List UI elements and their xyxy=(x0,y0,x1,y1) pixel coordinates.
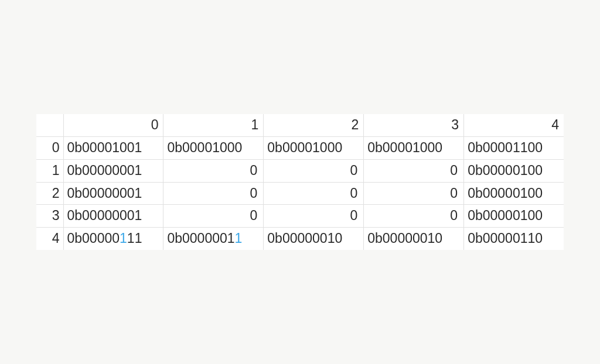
cell: 0b00000110 xyxy=(464,228,564,250)
highlighted-char: 1 xyxy=(120,231,127,246)
cell: 0 xyxy=(264,182,364,205)
column-header: 0 xyxy=(63,114,163,136)
row-index: 0 xyxy=(36,136,63,159)
row-index: 2 xyxy=(36,182,63,205)
column-header: 1 xyxy=(163,114,264,136)
cell: 0 xyxy=(163,159,264,182)
cell: 0b00001001 xyxy=(63,136,163,159)
header-row: 01234 xyxy=(36,114,564,136)
dataframe-table-wrap: 01234 00b000010010b000010000b000010000b0… xyxy=(36,114,564,250)
row-index: 3 xyxy=(36,205,63,228)
table-row: 20b000000010000b00000100 xyxy=(36,182,564,205)
cell: 0b00000010 xyxy=(264,228,364,250)
table-row: 00b000010010b000010000b000010000b0000100… xyxy=(36,136,564,159)
row-index: 4 xyxy=(36,228,63,250)
table-body: 00b000010010b000010000b000010000b0000100… xyxy=(36,136,564,250)
row-index: 1 xyxy=(36,159,63,182)
cell: 0b00000111 xyxy=(63,228,163,250)
cell: 0 xyxy=(364,205,464,228)
cell: 0 xyxy=(264,159,364,182)
table-row: 10b000000010000b00000100 xyxy=(36,159,564,182)
cell: 0 xyxy=(264,205,364,228)
cell: 0b00000100 xyxy=(464,205,564,228)
cell: 0b00001000 xyxy=(364,136,464,159)
cell: 0b00000100 xyxy=(464,159,564,182)
table-row: 30b000000010000b00000100 xyxy=(36,205,564,228)
cell: 0b00000001 xyxy=(63,159,163,182)
cell: 0b00000001 xyxy=(63,182,163,205)
index-header xyxy=(36,114,63,136)
column-header: 2 xyxy=(264,114,364,136)
highlighted-char: 1 xyxy=(235,231,243,246)
cell: 0b00000100 xyxy=(464,182,564,205)
column-header: 4 xyxy=(464,114,564,136)
cell: 0b00000010 xyxy=(364,228,464,250)
cell: 0 xyxy=(163,182,264,205)
cell: 0 xyxy=(163,205,264,228)
cell: 0b00001100 xyxy=(464,136,564,159)
column-header: 3 xyxy=(364,114,464,136)
cell: 0b00001000 xyxy=(163,136,264,159)
dataframe-table: 01234 00b000010010b000010000b000010000b0… xyxy=(36,114,564,250)
cell: 0 xyxy=(364,159,464,182)
cell: 0b00000001 xyxy=(63,205,163,228)
cell: 0b00001000 xyxy=(264,136,364,159)
cell: 0b00000011 xyxy=(163,228,264,250)
table-row: 40b000001110b000000110b000000100b0000001… xyxy=(36,228,564,250)
cell: 0 xyxy=(364,182,464,205)
